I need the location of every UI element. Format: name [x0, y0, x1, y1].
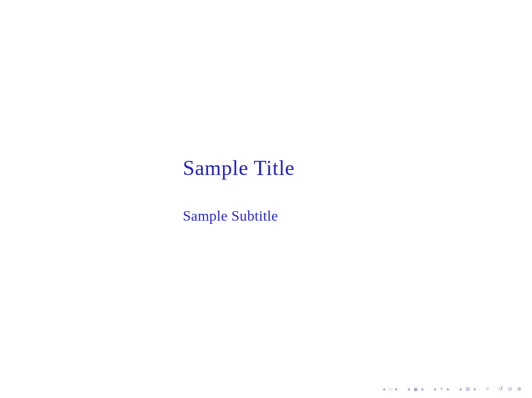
undo-button[interactable] — [497, 384, 505, 393]
frame-rect-button[interactable] — [412, 386, 419, 393]
frame-next-button[interactable] — [420, 385, 426, 393]
list2-nav-group — [458, 384, 478, 393]
slide-container: Sample Title Sample Subtitle — [0, 0, 532, 398]
nav-rect-button[interactable] — [388, 386, 393, 393]
list2-icon-button[interactable] — [464, 384, 472, 393]
bottom-toolbar — [0, 380, 532, 398]
frame-prev-button[interactable] — [406, 385, 411, 393]
slide-content: Sample Title Sample Subtitle — [0, 0, 532, 380]
nav-prev-button[interactable] — [381, 385, 387, 393]
list2-prev-button[interactable] — [458, 385, 463, 393]
list-icon-button[interactable] — [438, 384, 444, 393]
nav-next-button[interactable] — [394, 385, 399, 393]
page-nav-group — [381, 385, 399, 393]
zoom-out-button[interactable] — [506, 385, 514, 393]
slide-title: Sample Title — [183, 156, 295, 180]
list2-next-button[interactable] — [473, 385, 478, 393]
slide-subtitle: Sample Subtitle — [183, 207, 278, 224]
list-prev-button[interactable] — [432, 385, 437, 393]
list-next-button[interactable] — [446, 385, 451, 393]
zoom-in-button[interactable] — [516, 385, 523, 393]
frame-nav-group — [406, 385, 426, 393]
list-nav-group — [432, 384, 451, 393]
align-button[interactable] — [484, 384, 490, 393]
